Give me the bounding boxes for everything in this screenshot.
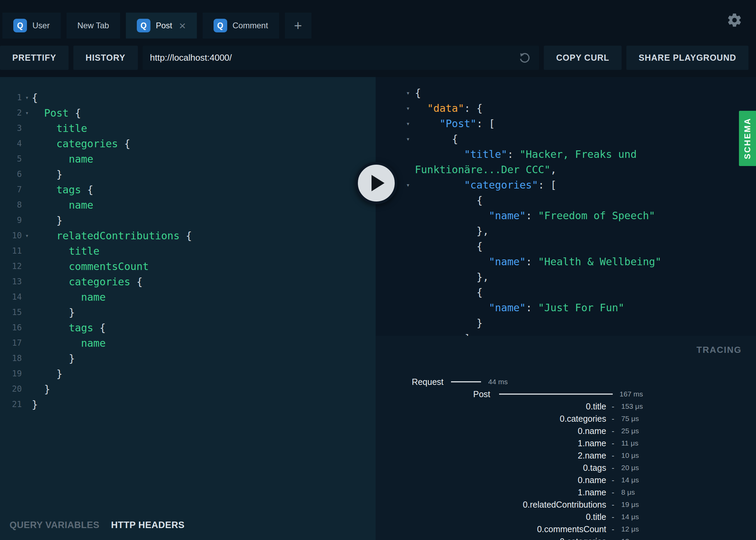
tab-new-tab[interactable]: New Tab xyxy=(67,13,120,39)
trace-dash: - xyxy=(612,537,614,540)
settings-gear-icon[interactable] xyxy=(727,12,742,28)
tab-label: Post xyxy=(156,21,172,30)
query-line[interactable]: 17 name xyxy=(0,335,376,351)
trace-row-label: 0.title xyxy=(586,512,606,522)
response-line: { xyxy=(376,239,756,254)
trace-row-label: Post xyxy=(473,389,490,399)
history-button[interactable]: HISTORY xyxy=(73,46,138,70)
reload-schema-icon[interactable] xyxy=(518,51,532,65)
query-line[interactable]: 19 } xyxy=(0,366,376,381)
query-line[interactable]: 11 title xyxy=(0,243,376,259)
trace-time: 11 μs xyxy=(621,439,638,447)
trace-row-label: 1.name xyxy=(578,438,606,448)
trace-dash: - xyxy=(612,451,614,460)
query-line[interactable]: 20 } xyxy=(0,381,376,397)
query-line[interactable]: 10▾ relatedContributions { xyxy=(0,228,376,243)
tab-bar: QUserNew TabQPost×QComment + xyxy=(0,0,756,39)
fold-arrow-icon[interactable]: ▾ xyxy=(403,101,413,116)
query-variables-button[interactable]: QUERY VARIABLES xyxy=(10,520,100,530)
response-line: }, xyxy=(376,223,756,239)
tab-label: Comment xyxy=(233,21,268,30)
line-number: 20 xyxy=(0,381,22,397)
close-tab-icon[interactable]: × xyxy=(179,20,186,31)
trace-dash: - xyxy=(612,488,614,497)
line-number: 12 xyxy=(0,259,22,274)
response-line: ] xyxy=(376,331,756,336)
fold-arrow-icon[interactable]: ▾ xyxy=(23,90,31,105)
response-line: "name": "Freedom of Speech" xyxy=(376,208,756,223)
response-line: "name": "Just For Fun" xyxy=(376,300,756,315)
trace-dash: - xyxy=(612,414,614,423)
line-number: 3 xyxy=(0,121,22,136)
response-line: ▾ "data": { xyxy=(376,101,756,116)
query-line[interactable]: 8 name xyxy=(0,197,376,213)
query-line[interactable]: 3 title xyxy=(0,121,376,136)
graphql-playground: QUserNew TabQPost×QComment + PRETTIFY HI… xyxy=(0,0,756,540)
toolbar: PRETTIFY HISTORY COPY CURL SHARE PLAYGRO… xyxy=(0,39,756,77)
line-number: 10 xyxy=(0,228,22,243)
http-headers-button[interactable]: HTTP HEADERS xyxy=(111,520,185,530)
endpoint-url-input[interactable] xyxy=(150,52,518,63)
trace-time: 25 μs xyxy=(621,427,639,435)
play-icon xyxy=(372,175,384,191)
trace-time: 44 ms xyxy=(488,378,508,386)
query-line[interactable]: 13 categories { xyxy=(0,274,376,289)
fold-arrow-icon[interactable]: ▾ xyxy=(403,131,413,147)
trace-dash: - xyxy=(612,500,614,509)
trace-dash: - xyxy=(612,402,614,411)
trace-row-label: 1.name xyxy=(578,487,606,497)
line-number: 13 xyxy=(0,274,22,289)
trace-dash: - xyxy=(612,512,614,522)
tab-comment[interactable]: QComment xyxy=(203,13,279,39)
line-number: 8 xyxy=(0,197,22,213)
query-line[interactable]: 15 } xyxy=(0,305,376,320)
response-line: ▾{ xyxy=(376,85,756,101)
trace-time: 153 μs xyxy=(621,402,643,410)
query-line[interactable]: 21} xyxy=(0,397,376,412)
line-number: 19 xyxy=(0,366,22,381)
response-pane[interactable]: ▾{▾ "data": {▾ "Post": [▾ { "title": "Ha… xyxy=(376,77,756,336)
tab-post[interactable]: QPost× xyxy=(126,13,197,39)
trace-row-label: 0.categories xyxy=(560,414,606,424)
query-line[interactable]: 2▾ Post { xyxy=(0,105,376,121)
new-tab-button[interactable]: + xyxy=(285,13,311,39)
query-badge-icon: Q xyxy=(13,19,27,32)
query-line[interactable]: 12 commentsCount xyxy=(0,259,376,274)
tracing-panel[interactable]: TRACING Request44 msPost167 ms0.title-15… xyxy=(376,336,756,540)
schema-sidebar-tab[interactable]: SCHEMA xyxy=(739,111,756,166)
trace-dash: - xyxy=(612,476,614,485)
tab-user[interactable]: QUser xyxy=(2,13,61,39)
response-line: ▾ { xyxy=(376,131,756,147)
query-line[interactable]: 7 tags { xyxy=(0,182,376,197)
query-line[interactable]: 14 name xyxy=(0,289,376,305)
query-line[interactable]: 5 name xyxy=(0,151,376,167)
fold-arrow-icon[interactable]: ▾ xyxy=(403,85,413,101)
line-number: 5 xyxy=(0,151,22,167)
fold-arrow-icon[interactable]: ▾ xyxy=(23,228,31,243)
share-playground-button[interactable]: SHARE PLAYGROUND xyxy=(626,46,748,70)
query-editor-pane[interactable]: 1▾{2▾ Post {3 title4 categories {5 name6… xyxy=(0,77,376,540)
trace-duration-bar xyxy=(499,394,613,395)
fold-arrow-icon[interactable]: ▾ xyxy=(403,177,413,193)
query-line[interactable]: 9 } xyxy=(0,213,376,228)
prettify-button[interactable]: PRETTIFY xyxy=(0,46,69,70)
line-number: 4 xyxy=(0,136,22,151)
line-number: 18 xyxy=(0,351,22,366)
execute-query-button[interactable] xyxy=(355,162,397,204)
trace-time: 19 μs xyxy=(621,500,639,509)
trace-row-label: 0.categories xyxy=(560,537,606,540)
trace-time: 167 ms xyxy=(620,390,643,398)
fold-arrow-icon[interactable]: ▾ xyxy=(403,116,413,131)
response-line: { xyxy=(376,285,756,300)
query-line[interactable]: 1▾{ xyxy=(0,90,376,105)
query-line[interactable]: 6 } xyxy=(0,167,376,182)
line-number: 15 xyxy=(0,305,22,320)
copy-curl-button[interactable]: COPY CURL xyxy=(544,46,622,70)
query-line[interactable]: 18 } xyxy=(0,351,376,366)
query-line[interactable]: 4 categories { xyxy=(0,136,376,151)
query-line[interactable]: 16 tags { xyxy=(0,320,376,335)
response-line: "name": "Health & Wellbeing" xyxy=(376,254,756,269)
trace-duration-bar xyxy=(451,381,481,382)
result-pane: ▾{▾ "data": {▾ "Post": [▾ { "title": "Ha… xyxy=(376,77,756,540)
fold-arrow-icon[interactable]: ▾ xyxy=(23,105,31,121)
